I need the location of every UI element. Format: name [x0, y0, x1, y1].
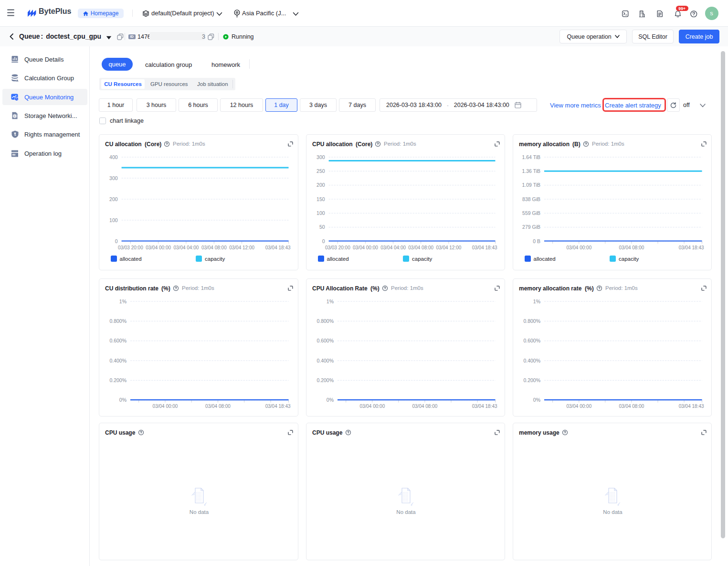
svg-text:200: 200 — [109, 196, 118, 202]
svg-text:300: 300 — [109, 175, 118, 181]
svg-text:03/04 00:00: 03/04 00:00 — [566, 245, 591, 250]
svg-text:0.200%: 0.200% — [523, 377, 540, 383]
svg-text:03/03 20:00: 03/03 20:00 — [118, 245, 143, 250]
svg-text:03/04 00:00: 03/04 00:00 — [146, 245, 171, 250]
svg-text:03/04 08:00: 03/04 08:00 — [619, 245, 644, 250]
svg-text:03/04 08:00: 03/04 08:00 — [412, 404, 437, 409]
svg-text:400: 400 — [109, 154, 118, 160]
svg-text:03/04 00:00: 03/04 00:00 — [566, 404, 591, 409]
svg-text:0%: 0% — [327, 397, 334, 403]
svg-text:0 B: 0 B — [533, 238, 540, 244]
svg-text:200: 200 — [317, 182, 325, 188]
svg-text:1%: 1% — [327, 299, 334, 304]
svg-text:0: 0 — [115, 238, 118, 244]
svg-text:03/04 12:00: 03/04 12:00 — [229, 245, 254, 250]
svg-text:0.600%: 0.600% — [523, 338, 540, 343]
svg-text:03/04 00:00: 03/04 00:00 — [153, 404, 178, 409]
svg-text:1%: 1% — [533, 299, 540, 304]
svg-text:03/04 08:00: 03/04 08:00 — [619, 404, 644, 409]
svg-text:50: 50 — [319, 224, 325, 230]
svg-text:03/04 04:00: 03/04 04:00 — [380, 245, 406, 250]
svg-text:03/04 18:43: 03/04 18:43 — [679, 245, 704, 250]
svg-text:559 GiB: 559 GiB — [522, 210, 540, 216]
svg-text:03/04 08:00: 03/04 08:00 — [201, 245, 227, 250]
svg-text:03/04 00:00: 03/04 00:00 — [359, 404, 385, 409]
svg-text:100: 100 — [317, 210, 325, 216]
svg-text:150: 150 — [317, 196, 325, 202]
svg-text:0%: 0% — [533, 397, 540, 403]
svg-text:300: 300 — [317, 154, 325, 160]
svg-text:1%: 1% — [119, 299, 127, 304]
svg-text:0.400%: 0.400% — [109, 358, 127, 363]
svg-text:0.800%: 0.800% — [317, 318, 334, 324]
svg-text:0.600%: 0.600% — [317, 338, 334, 343]
svg-text:03/04 18:43: 03/04 18:43 — [265, 245, 291, 250]
svg-text:838 GiB: 838 GiB — [522, 196, 540, 202]
svg-text:allocated: allocated — [534, 256, 556, 262]
svg-text:279 GiB: 279 GiB — [522, 224, 540, 230]
svg-text:03/04 08:00: 03/04 08:00 — [205, 404, 231, 409]
svg-text:0%: 0% — [119, 397, 127, 403]
svg-text:capacity: capacity — [205, 256, 225, 262]
svg-text:03/04 00:00: 03/04 00:00 — [353, 245, 378, 250]
svg-text:03/04 08:00: 03/04 08:00 — [408, 245, 433, 250]
svg-text:capacity: capacity — [619, 256, 639, 262]
svg-text:100: 100 — [109, 217, 118, 223]
svg-text:0.400%: 0.400% — [317, 358, 334, 363]
svg-text:capacity: capacity — [412, 256, 432, 262]
svg-text:0.800%: 0.800% — [523, 318, 540, 324]
svg-text:allocated: allocated — [120, 256, 142, 262]
svg-text:1.64 TiB: 1.64 TiB — [522, 154, 540, 160]
svg-text:0.200%: 0.200% — [317, 377, 334, 383]
svg-text:03/04 18:43: 03/04 18:43 — [265, 404, 291, 409]
svg-text:0: 0 — [322, 238, 325, 244]
svg-text:1.36 TiB: 1.36 TiB — [522, 168, 540, 174]
svg-text:0.400%: 0.400% — [523, 358, 540, 363]
svg-text:03/04 18:43: 03/04 18:43 — [472, 245, 497, 250]
svg-text:03/04 18:43: 03/04 18:43 — [472, 404, 497, 409]
svg-text:LOG: LOG — [13, 154, 16, 156]
svg-text:0.800%: 0.800% — [109, 318, 127, 324]
svg-text:250: 250 — [317, 168, 325, 174]
svg-text:03/04 04:00: 03/04 04:00 — [173, 245, 199, 250]
svg-text:allocated: allocated — [327, 256, 349, 262]
svg-text:0.600%: 0.600% — [109, 338, 127, 343]
svg-text:1.09 TiB: 1.09 TiB — [522, 182, 540, 188]
svg-text:03/04 18:43: 03/04 18:43 — [679, 404, 704, 409]
svg-text:0.200%: 0.200% — [109, 377, 127, 383]
svg-text:03/04 12:00: 03/04 12:00 — [436, 245, 461, 250]
svg-text:03/03 20:00: 03/03 20:00 — [325, 245, 350, 250]
